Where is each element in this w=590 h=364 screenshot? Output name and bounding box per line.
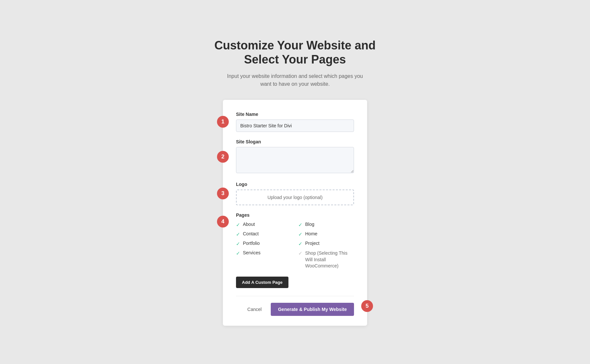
- logo-section: 3 Logo Upload your logo (optional): [236, 182, 354, 205]
- page-about-label: About: [243, 222, 255, 227]
- check-portfolio-icon: ✓: [236, 241, 240, 247]
- logo-upload-area[interactable]: Upload your logo (optional): [236, 190, 354, 205]
- pages-grid: ✓ About ✓ Blog ✓ Contact ✓ Home: [236, 222, 354, 269]
- generate-publish-button[interactable]: Generate & Publish My Website: [271, 303, 354, 316]
- page-services-label: Services: [243, 250, 261, 255]
- check-services-icon: ✓: [236, 250, 240, 256]
- site-slogan-input[interactable]: [236, 147, 354, 173]
- check-shop-icon: ✓: [298, 250, 303, 256]
- page-about[interactable]: ✓ About: [236, 222, 292, 228]
- add-custom-page-button[interactable]: Add A Custom Page: [236, 277, 288, 288]
- check-contact-icon: ✓: [236, 231, 240, 237]
- page-shop-label: Shop (Selecting This Will Install WooCom…: [305, 250, 354, 269]
- pages-label: Pages: [236, 212, 354, 218]
- page-blog-label: Blog: [305, 222, 314, 227]
- page-subtitle: Input your website information and selec…: [226, 72, 364, 88]
- page-home[interactable]: ✓ Home: [298, 231, 354, 237]
- page-portfolio-label: Portfolio: [243, 241, 260, 246]
- page-shop[interactable]: ✓ Shop (Selecting This Will Install WooC…: [298, 250, 354, 269]
- page-contact[interactable]: ✓ Contact: [236, 231, 292, 237]
- check-blog-icon: ✓: [298, 222, 303, 228]
- page-project[interactable]: ✓ Project: [298, 241, 354, 247]
- step-1-badge: 1: [217, 116, 229, 128]
- step-4-badge: 4: [217, 216, 229, 228]
- check-project-icon: ✓: [298, 241, 303, 247]
- page-services[interactable]: ✓ Services: [236, 250, 292, 269]
- check-home-icon: ✓: [298, 231, 303, 237]
- site-name-section: 1 Site Name: [236, 112, 354, 132]
- step-5-badge: 5: [361, 300, 373, 312]
- page-blog[interactable]: ✓ Blog: [298, 222, 354, 228]
- step-3-badge: 3: [217, 188, 229, 199]
- page-home-label: Home: [305, 231, 317, 236]
- page-title: Customize Your Website and Select Your P…: [214, 38, 376, 66]
- site-slogan-label: Site Slogan: [236, 139, 354, 144]
- pages-section: 4 Pages ✓ About ✓ Blog ✓ Contact: [236, 212, 354, 269]
- site-slogan-section: 2 Site Slogan: [236, 139, 354, 174]
- logo-upload-text: Upload your logo (optional): [267, 195, 323, 200]
- site-name-input[interactable]: [236, 119, 354, 132]
- page-wrapper: Customize Your Website and Select Your P…: [0, 25, 590, 339]
- step-2-badge: 2: [217, 151, 229, 163]
- form-footer: Cancel Generate & Publish My Website 5: [236, 296, 354, 316]
- site-name-label: Site Name: [236, 112, 354, 117]
- check-about-icon: ✓: [236, 222, 240, 228]
- page-project-label: Project: [305, 241, 320, 246]
- page-contact-label: Contact: [243, 231, 259, 236]
- form-card: 1 Site Name 2 Site Slogan 3 Logo Upload …: [223, 100, 367, 326]
- page-portfolio[interactable]: ✓ Portfolio: [236, 241, 292, 247]
- cancel-button[interactable]: Cancel: [244, 304, 266, 315]
- logo-label: Logo: [236, 182, 354, 187]
